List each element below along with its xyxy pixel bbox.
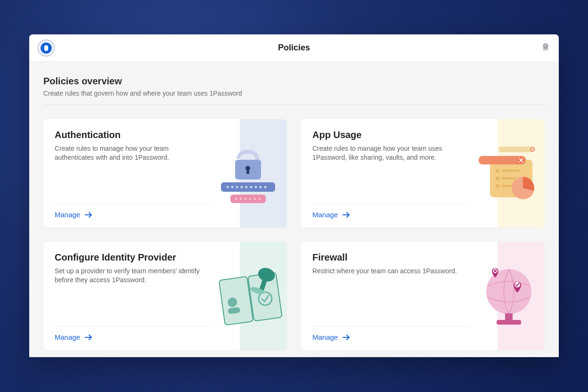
- svg-point-4: [227, 186, 229, 188]
- card-app-usage[interactable]: App Usage Create rules to manage how you…: [301, 119, 545, 228]
- svg-point-33: [227, 297, 238, 308]
- arrow-right-icon: [85, 334, 92, 341]
- manage-identity-provider-link[interactable]: Manage: [55, 333, 92, 341]
- card-divider: [55, 204, 210, 204]
- page-title: Policies: [29, 43, 559, 53]
- manage-authentication-link[interactable]: Manage: [55, 211, 92, 219]
- manage-app-usage-link[interactable]: Manage: [312, 211, 350, 219]
- app-logo-icon[interactable]: [38, 40, 55, 57]
- card-description: Create rules to manage how your team aut…: [55, 144, 205, 162]
- card-divider: [55, 326, 210, 327]
- manage-label: Manage: [312, 211, 338, 219]
- main-content: Policies overview Create rules that gove…: [29, 62, 559, 350]
- card-description: Restrict where your team can access 1Pas…: [312, 267, 463, 276]
- arrow-right-icon: [343, 334, 350, 341]
- arrow-right-icon: [85, 212, 92, 218]
- card-firewall[interactable]: Firewall Restrict where your team can ac…: [301, 242, 545, 350]
- card-title: Firewall: [312, 252, 533, 263]
- card-divider: [312, 204, 468, 204]
- manage-label: Manage: [55, 333, 80, 341]
- card-title: Configure Identity Provider: [55, 252, 276, 263]
- card-authentication[interactable]: Authentication Create rules to manage ho…: [43, 119, 287, 228]
- policy-cards-grid: Authentication Create rules to manage ho…: [43, 119, 545, 350]
- card-description: Set up a provider to verify team members…: [55, 267, 205, 285]
- manage-label: Manage: [312, 333, 338, 341]
- card-identity-provider[interactable]: Configure Identity Provider Set up a pro…: [43, 242, 287, 350]
- card-title: Authentication: [55, 130, 276, 140]
- notifications-button[interactable]: 0: [541, 43, 550, 53]
- card-divider: [312, 326, 468, 327]
- svg-point-43: [493, 269, 498, 273]
- svg-point-5: [231, 186, 234, 188]
- svg-rect-34: [228, 307, 240, 315]
- svg-point-14: [235, 198, 237, 200]
- notification-count-badge: 0: [543, 43, 548, 49]
- app-window: Policies 0 Policies overview Create rule…: [29, 34, 559, 357]
- card-title: App Usage: [312, 130, 533, 140]
- svg-point-6: [236, 186, 238, 188]
- topbar: Policies 0: [29, 34, 559, 62]
- card-description: Create rules to manage how your team use…: [312, 144, 463, 162]
- manage-firewall-link[interactable]: Manage: [312, 333, 350, 341]
- overview-title: Policies overview: [43, 76, 545, 87]
- arrow-right-icon: [343, 212, 350, 218]
- manage-label: Manage: [55, 211, 80, 219]
- overview-subtitle: Create rules that govern how and where y…: [43, 90, 545, 105]
